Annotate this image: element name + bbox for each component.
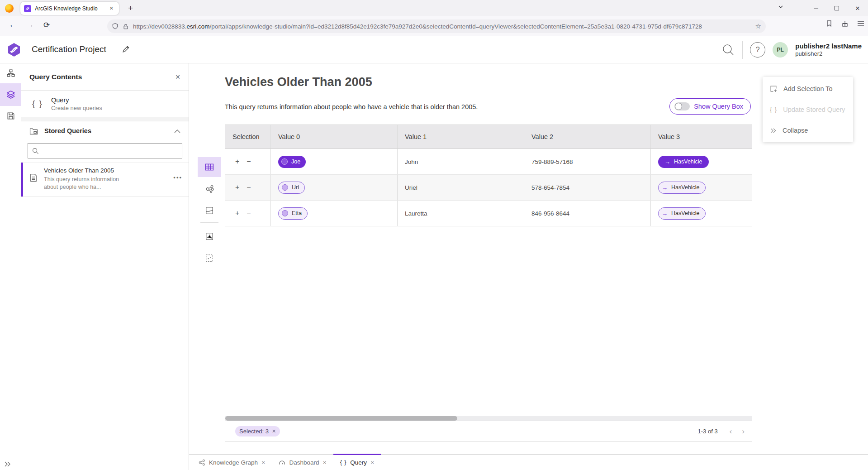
table-row[interactable]: +− Uri Uriel 578-654-7854 →HasVehicle	[225, 175, 752, 201]
column-header-value0[interactable]: Value 0	[271, 125, 398, 149]
relationship-pill[interactable]: →HasVehicle	[658, 156, 709, 168]
table-row[interactable]: +− Joe John 759-889-57168 →HasVehicle	[225, 149, 752, 175]
item-options-icon[interactable]: •••	[173, 174, 182, 191]
bookmark-star-icon[interactable]: ☆	[755, 22, 761, 30]
chart-view-button[interactable]	[198, 226, 221, 246]
browser-window: ArcGIS Knowledge Studio ✕ + ─ ✕ ← → ⟳ ht…	[0, 0, 868, 470]
firefox-icon[interactable]	[5, 4, 14, 13]
sidebar-item-data-model[interactable]	[0, 63, 21, 83]
back-button[interactable]: ←	[9, 20, 17, 29]
braces-icon: { }	[32, 99, 43, 109]
menu-item-collapse[interactable]: Collapse	[763, 120, 853, 141]
column-header-value3[interactable]: Value 3	[651, 125, 752, 149]
row-range: 1-3 of 3	[698, 428, 718, 435]
lock-icon[interactable]	[123, 23, 129, 30]
browser-titlebar: ArcGIS Knowledge Studio ✕ + ─ ✕	[0, 0, 868, 16]
cell-value2[interactable]: 759-889-57168	[524, 149, 651, 174]
forward-button[interactable]: →	[26, 20, 34, 29]
tab-dashboard[interactable]: Dashboard ✕	[272, 455, 333, 470]
table-row[interactable]: +− Etta Lauretta 846-956-8644 →HasVehicl…	[225, 201, 752, 226]
tab-close-icon[interactable]: ✕	[261, 460, 265, 465]
query-viewer-main: Vehicles Older Than 2005 This query retu…	[189, 63, 868, 470]
show-query-box-toggle[interactable]: Show Query Box	[669, 98, 751, 115]
relationship-pill[interactable]: →HasVehicle	[658, 207, 706, 220]
tab-close-icon[interactable]: ✕	[108, 5, 115, 12]
arcgis-knowledge-logo-icon	[7, 43, 21, 57]
relationship-pill[interactable]: →HasVehicle	[658, 182, 706, 194]
tab-title: ArcGIS Knowledge Studio	[35, 5, 108, 12]
reload-button[interactable]: ⟳	[43, 20, 50, 30]
stored-queries-title: Stored Queries	[44, 127, 168, 134]
app-menu-icon[interactable]	[857, 20, 864, 27]
add-to-selection-icon[interactable]: +	[235, 209, 239, 217]
cell-value1[interactable]: John	[398, 149, 524, 174]
panel-title: Query Contents	[29, 73, 175, 81]
new-query-item[interactable]: { } Query Create new queries	[21, 91, 189, 117]
next-page-icon[interactable]: ›	[742, 427, 745, 436]
stored-queries-search[interactable]	[28, 143, 182, 158]
cell-value1[interactable]: Lauretta	[398, 201, 524, 226]
table-view-button[interactable]	[198, 157, 221, 177]
show-query-box-label: Show Query Box	[694, 103, 743, 110]
minimize-button[interactable]: ─	[806, 5, 826, 12]
prev-page-icon[interactable]: ‹	[730, 427, 732, 436]
extensions-icon[interactable]	[841, 20, 849, 27]
tab-list-chevron-icon[interactable]	[778, 4, 784, 10]
dashboard-icon	[279, 459, 285, 466]
stored-query-item[interactable]: Vehicles Older Than 2005 This query retu…	[21, 162, 189, 197]
cell-value1[interactable]: Uriel	[398, 175, 524, 200]
entity-dot-icon	[281, 158, 288, 165]
chevron-up-icon[interactable]	[174, 129, 180, 133]
link-chart-view-button[interactable]	[198, 179, 221, 199]
stored-queries-header[interactable]: Stored Queries	[21, 121, 189, 140]
tab-close-icon[interactable]: ✕	[370, 460, 374, 465]
avatar[interactable]: PL	[773, 42, 788, 58]
entity-dot-icon	[282, 210, 288, 216]
arrow-right-icon: →	[662, 210, 668, 217]
column-header-value1[interactable]: Value 1	[398, 125, 524, 149]
browser-tab[interactable]: ArcGIS Knowledge Studio ✕	[20, 2, 119, 15]
expand-rail-icon[interactable]	[4, 461, 11, 467]
close-button[interactable]: ✕	[847, 5, 868, 12]
help-icon[interactable]: ?	[750, 42, 765, 58]
entity-pill[interactable]: Joe	[278, 156, 306, 168]
search-input[interactable]	[42, 148, 178, 154]
sidebar-item-save[interactable]	[0, 106, 21, 126]
menu-item-update-stored-query[interactable]: { } Update Stored Query	[763, 99, 853, 120]
page-title: Vehicles Older Than 2005	[225, 75, 372, 89]
menu-item-add-selection-to[interactable]: Add Selection To	[763, 78, 853, 99]
cell-value2[interactable]: 578-654-7854	[524, 175, 651, 200]
user-info[interactable]: publisher2 lastName publisher2	[795, 42, 862, 58]
selected-count-chip[interactable]: Selected: 3✕	[235, 426, 280, 436]
url-bar[interactable]: https://dev0028833.esri.com/portal/apps/…	[107, 19, 766, 33]
add-to-selection-icon[interactable]: +	[235, 183, 239, 192]
new-tab-button[interactable]: +	[128, 3, 133, 13]
scrollbar-thumb[interactable]	[225, 416, 457, 421]
entity-pill[interactable]: Uri	[278, 182, 305, 194]
clear-selection-icon[interactable]: ✕	[272, 428, 276, 434]
shield-icon[interactable]	[112, 23, 119, 30]
column-header-selection[interactable]: Selection	[225, 125, 271, 149]
tab-knowledge-graph[interactable]: Knowledge Graph ✕	[192, 455, 272, 470]
remove-from-selection-icon[interactable]: −	[247, 209, 251, 217]
panel-close-icon[interactable]: ✕	[175, 73, 180, 81]
remove-from-selection-icon[interactable]: −	[247, 158, 251, 166]
remove-from-selection-icon[interactable]: −	[247, 183, 251, 192]
pocket-icon[interactable]	[825, 20, 833, 27]
add-to-selection-icon[interactable]: +	[235, 158, 239, 166]
edit-title-pencil-icon[interactable]	[122, 45, 130, 53]
entity-pill[interactable]: Etta	[278, 207, 308, 220]
cell-value2[interactable]: 846-956-8644	[524, 201, 651, 226]
selection-tool-button[interactable]	[198, 248, 221, 268]
horizontal-scrollbar[interactable]	[225, 416, 752, 421]
column-header-value2[interactable]: Value 2	[524, 125, 651, 149]
header-divider	[742, 41, 743, 59]
maximize-button[interactable]	[826, 5, 847, 12]
search-icon	[32, 148, 39, 154]
map-view-button[interactable]	[198, 201, 221, 221]
sidebar-item-layers[interactable]	[0, 83, 21, 106]
tab-close-icon[interactable]: ✕	[323, 460, 327, 465]
tab-query[interactable]: { } Query ✕	[333, 455, 381, 470]
search-icon[interactable]	[721, 43, 735, 57]
selection-context-menu: Add Selection To { } Update Stored Query…	[763, 77, 853, 142]
